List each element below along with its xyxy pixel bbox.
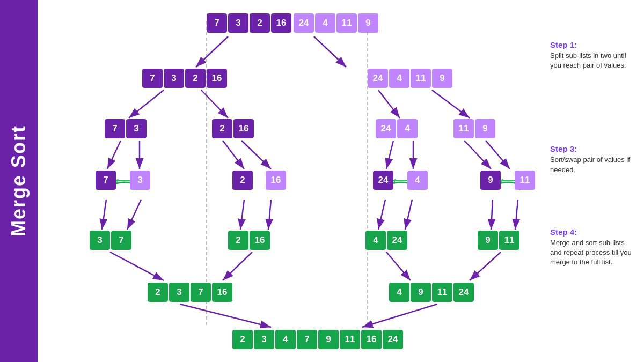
box-3-f: 3 [254, 330, 274, 349]
sidebar: Merge Sort [0, 0, 38, 362]
box-3-l1: 3 [164, 69, 184, 88]
svg-line-16 [464, 141, 491, 169]
sorted-lr: 2 16 [228, 231, 270, 250]
step1-title: Step 1: [550, 40, 636, 49]
svg-line-24 [268, 200, 271, 230]
svg-line-29 [110, 252, 164, 280]
box-4-s: 4 [365, 231, 386, 250]
level1-left: 7 3 2 16 [142, 69, 227, 88]
box-2-f: 2 [232, 330, 253, 349]
box-7-l3: 7 [96, 171, 116, 190]
level2-rr: 11 9 [453, 119, 495, 138]
svg-line-9 [432, 90, 470, 118]
final-row: 2 3 4 7 9 11 16 24 [232, 330, 403, 349]
step4-desc: Merge and sort sub-lists and repeat proc… [550, 238, 636, 268]
svg-line-6 [129, 90, 164, 118]
box-16-l3: 16 [266, 171, 286, 190]
svg-line-17 [486, 141, 510, 169]
svg-line-34 [362, 304, 437, 327]
svg-line-13 [241, 141, 271, 169]
svg-line-14 [386, 141, 393, 169]
box-2-top: 2 [250, 13, 270, 33]
svg-line-28 [515, 200, 518, 230]
box-24-m: 24 [453, 283, 474, 302]
box-4-top: 4 [315, 13, 335, 33]
level3-lr: 2 16 [232, 171, 286, 190]
step3-title: Step 3: [550, 144, 636, 153]
box-11-top: 11 [336, 13, 357, 33]
box-24-l1: 24 [368, 69, 388, 88]
svg-line-27 [491, 200, 493, 230]
box-16-f: 16 [361, 330, 382, 349]
box-24-l2: 24 [376, 119, 396, 138]
step4-block: Step 4: Merge and sort sub-lists and rep… [550, 227, 636, 268]
svg-line-22 [127, 200, 141, 230]
steps-panel: Step 1: Split sub-lists in two until you… [545, 5, 639, 357]
box-7-s: 7 [111, 231, 131, 250]
level1-right: 24 4 11 9 [368, 69, 452, 88]
sorted-ll: 3 7 [90, 231, 131, 250]
box-4-l2: 4 [397, 119, 418, 138]
box-2-m: 2 [148, 283, 168, 302]
merged-left: 2 3 7 16 [148, 283, 232, 302]
level3-ll: 7 ⟵ 3 [96, 171, 150, 190]
sorted-rl: 4 24 [365, 231, 407, 250]
box-4-l3: 4 [407, 171, 428, 190]
svg-line-32 [470, 252, 501, 280]
box-24-top: 24 [294, 13, 314, 33]
box-2-l1: 2 [185, 69, 206, 88]
box-9-l3: 9 [480, 171, 501, 190]
svg-line-21 [102, 200, 106, 230]
box-2-l2: 2 [212, 119, 232, 138]
box-11-m: 11 [432, 283, 452, 302]
box-7-l1: 7 [142, 69, 163, 88]
step4-title: Step 4: [550, 227, 636, 237]
box-16-m: 16 [212, 283, 232, 302]
step1-block: Step 1: Split sub-lists in two until you… [550, 40, 636, 70]
box-11-s: 11 [499, 231, 519, 250]
svg-line-33 [180, 304, 271, 327]
box-11-l3: 11 [515, 171, 535, 190]
box-24-f: 24 [383, 330, 403, 349]
box-3-m: 3 [169, 283, 189, 302]
svg-line-26 [405, 200, 412, 230]
box-11-f: 11 [340, 330, 360, 349]
box-4-m: 4 [389, 283, 409, 302]
box-7-m: 7 [191, 283, 211, 302]
box-16-l1: 16 [207, 69, 227, 88]
level2-ll: 7 3 [105, 119, 147, 138]
box-2-l3: 2 [232, 171, 253, 190]
box-24-s: 24 [387, 231, 407, 250]
level2-rl: 24 4 [376, 119, 418, 138]
box-9-l1: 9 [432, 69, 452, 88]
box-9-f: 9 [318, 330, 339, 349]
box-4-f: 4 [275, 330, 296, 349]
sorted-rr: 9 11 [478, 231, 519, 250]
svg-line-30 [223, 252, 252, 280]
svg-line-10 [107, 141, 121, 169]
step3-desc: Sort/swap pair of values if needed. [550, 155, 636, 174]
step1-desc: Split sub-lists in two until you reach p… [550, 51, 636, 70]
box-7-l2: 7 [105, 119, 125, 138]
sidebar-title: Merge Sort [8, 125, 30, 237]
box-7-f: 7 [297, 330, 317, 349]
box-16-s: 16 [250, 231, 270, 250]
level3-rr: 9 ⟵ 11 [480, 171, 535, 190]
box-9-top: 9 [358, 13, 378, 33]
svg-line-23 [240, 200, 244, 230]
box-3-s: 3 [90, 231, 110, 250]
box-11-l1: 11 [411, 69, 431, 88]
box-4-l1: 4 [389, 69, 409, 88]
box-9-s: 9 [478, 231, 498, 250]
step3-block: Step 3: Sort/swap pair of values if need… [550, 144, 636, 174]
box-3-l2: 3 [126, 119, 147, 138]
top-row-left: 7 3 2 16 [207, 13, 291, 33]
diagram: 7 3 2 16 24 4 11 9 7 3 2 16 24 4 11 9 7 [46, 5, 545, 357]
box-7-top: 7 [207, 13, 227, 33]
box-9-l2: 9 [475, 119, 495, 138]
top-row-right: 24 4 11 9 [294, 13, 378, 33]
box-3-top: 3 [228, 13, 248, 33]
svg-line-8 [378, 90, 400, 118]
main-content: 7 3 2 16 24 4 11 9 7 3 2 16 24 4 11 9 7 [38, 0, 644, 362]
svg-line-7 [201, 90, 228, 118]
